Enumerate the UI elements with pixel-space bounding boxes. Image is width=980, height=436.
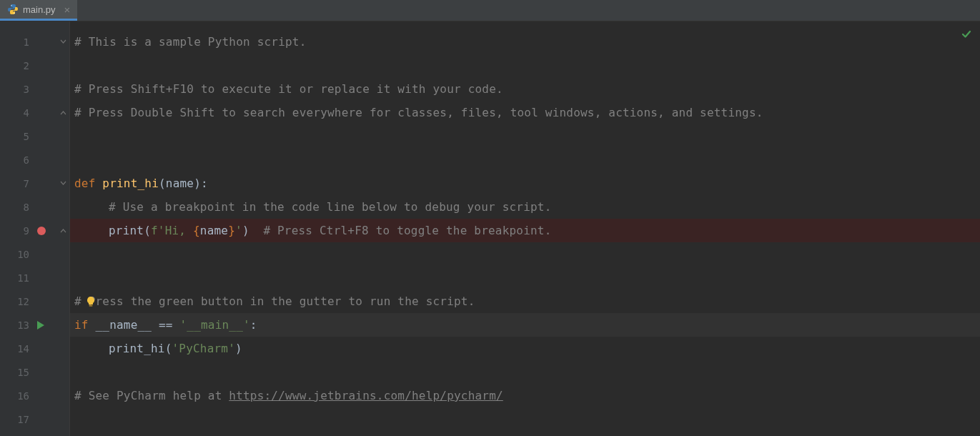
code-line[interactable]: print_hi('PyCharm') xyxy=(70,337,980,360)
code-token: __name__ == xyxy=(96,318,180,332)
line-number[interactable]: 8 xyxy=(9,195,29,219)
line-number[interactable]: 15 xyxy=(9,360,29,384)
code-line[interactable]: def print_hi(name): xyxy=(70,172,980,195)
code-token: print( xyxy=(109,224,151,237)
code-token: name xyxy=(200,224,228,237)
code-line[interactable] xyxy=(70,242,980,266)
code-token: (name): xyxy=(159,177,208,190)
run-icon[interactable] xyxy=(37,313,44,337)
code-token: ) xyxy=(235,342,242,355)
svg-point-0 xyxy=(11,5,11,6)
line-number[interactable]: 17 xyxy=(9,407,29,431)
editor[interactable]: 1234567891011121314151617 # This is a sa… xyxy=(0,21,980,436)
code-token: : xyxy=(250,318,257,332)
line-number[interactable]: 16 xyxy=(9,384,29,407)
line-number[interactable]: 10 xyxy=(9,242,29,266)
code-line[interactable]: # Press Shift+F10 to execute it or repla… xyxy=(70,77,980,101)
code-line[interactable]: # Use a breakpoint in the code line belo… xyxy=(70,195,980,219)
gutter[interactable]: 1234567891011121314151617 xyxy=(0,21,70,436)
code-token: # Press Shift+F10 to execute it or repla… xyxy=(74,82,503,96)
line-number[interactable]: 12 xyxy=(9,289,29,313)
code-token: print_hi xyxy=(102,177,159,190)
code-line[interactable]: # See PyCharm help at https://www.jetbra… xyxy=(70,384,980,407)
line-number[interactable]: 5 xyxy=(9,124,29,148)
line-number[interactable]: 4 xyxy=(9,101,29,124)
svg-point-1 xyxy=(14,13,14,14)
code-token: def xyxy=(74,177,102,190)
code-token: # Press Ctrl+F8 to toggle the breakpoint… xyxy=(263,224,551,237)
code-token: ) xyxy=(242,224,264,237)
line-number[interactable]: 9 xyxy=(9,219,29,242)
line-number[interactable]: 3 xyxy=(9,77,29,101)
intention-bulb-icon[interactable] xyxy=(86,289,96,313)
line-number[interactable]: 13 xyxy=(9,313,29,337)
code-line[interactable] xyxy=(70,148,980,172)
code-token: # Press Double Shift to search everywher… xyxy=(74,106,763,119)
code-line[interactable]: # Press Double Shift to search everywher… xyxy=(70,101,980,124)
code-area[interactable]: # This is a sample Python script.# Press… xyxy=(70,21,980,436)
code-token: # Press the green button in the gutter t… xyxy=(74,294,475,308)
code-token: { xyxy=(193,224,200,237)
code-line[interactable] xyxy=(70,54,980,77)
tab-main-py[interactable]: main.py × xyxy=(0,0,77,21)
code-line[interactable] xyxy=(70,407,980,431)
code-line[interactable]: if __name__ == '__main__': xyxy=(70,313,980,337)
code-token: https://www.jetbrains.com/help/pycharm/ xyxy=(229,389,503,402)
code-line[interactable] xyxy=(70,124,980,148)
code-token: f'Hi, xyxy=(151,224,193,237)
code-line[interactable]: # This is a sample Python script. xyxy=(70,30,980,54)
code-token: # See PyCharm help at xyxy=(74,389,229,402)
svg-rect-2 xyxy=(89,304,93,306)
code-token: 'PyCharm' xyxy=(172,342,236,355)
tab-close-icon[interactable]: × xyxy=(64,4,71,15)
code-line[interactable]: # Press the green button in the gutter t… xyxy=(70,289,980,313)
line-number[interactable]: 2 xyxy=(9,54,29,77)
tab-filename: main.py xyxy=(23,4,56,15)
line-number[interactable]: 6 xyxy=(9,148,29,172)
code-token: '__main__' xyxy=(180,318,250,332)
fold-marker-icon[interactable] xyxy=(59,30,66,54)
code-token: print_hi( xyxy=(109,342,172,355)
code-line[interactable] xyxy=(70,266,980,289)
line-number[interactable]: 11 xyxy=(9,266,29,289)
code-line[interactable] xyxy=(70,360,980,384)
fold-marker-icon[interactable] xyxy=(59,101,66,124)
line-number[interactable]: 7 xyxy=(9,172,29,195)
code-token: if xyxy=(74,318,96,332)
code-token: # Use a breakpoint in the code line belo… xyxy=(109,200,551,214)
python-file-icon xyxy=(7,4,19,15)
code-token: ' xyxy=(235,224,242,237)
line-number[interactable]: 1 xyxy=(9,30,29,54)
breakpoint-icon[interactable] xyxy=(37,219,46,242)
fold-marker-icon[interactable] xyxy=(59,172,66,195)
tab-bar: main.py × xyxy=(0,0,980,21)
code-token: } xyxy=(228,224,235,237)
line-number[interactable]: 14 xyxy=(9,337,29,360)
code-token: # This is a sample Python script. xyxy=(74,35,306,49)
fold-marker-icon[interactable] xyxy=(59,219,66,242)
code-line[interactable]: print(f'Hi, {name}') # Press Ctrl+F8 to … xyxy=(70,219,980,242)
